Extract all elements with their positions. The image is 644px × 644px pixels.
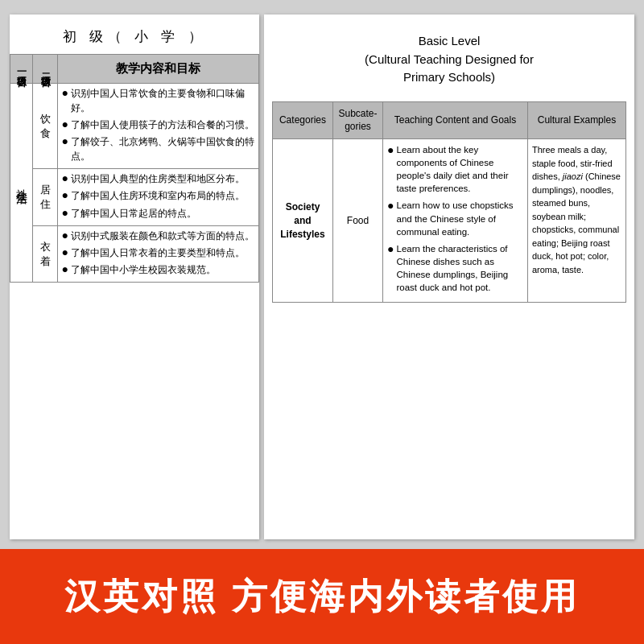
- cn-housing-bullet-2: ● 了解中国人住房环境和室内布局的特点。: [61, 188, 255, 203]
- right-title-line3: Primary Schools): [403, 70, 495, 84]
- cn-row-food: 社会生活 饮食 ● 识别中国人日常饮食的主要食物和口味偏好。 ● 了解中国人使用…: [10, 84, 259, 169]
- bottom-banner: 汉英对照 方便海内外读者使用: [0, 549, 644, 644]
- bullet-dot: ●: [61, 171, 68, 186]
- cn-clothing-text-3: 了解中国中小学生校园衣装规范。: [71, 262, 216, 277]
- cn-food-bullet-2: ● 了解中国人使用筷子的方法和合餐的习惯。: [61, 118, 255, 132]
- en-cultural-examples: Three meals a day, staple food, stir-fri…: [527, 139, 625, 303]
- pages-area: 初 级（ 小 学 ） 一级项目 二级项目 教学内容和目标 社会生活 饮食: [0, 0, 644, 549]
- en-bullets: ● Learn about the key components of Chin…: [383, 139, 528, 303]
- bullet-dot: ●: [61, 262, 68, 277]
- cn-bullets-clothing: ● 识别中式服装在颜色和款式等方面的特点。 ● 了解中国人日常衣着的主要类型和特…: [58, 225, 259, 283]
- cn-food-text-3: 了解饺子、北京烤鸭、火锅等中国饮食的特点。: [71, 134, 255, 163]
- cn-header-l2: 二级项目: [33, 55, 58, 84]
- cn-row-clothing: 衣着 ● 识别中式服装在颜色和款式等方面的特点。 ● 了解中国人日常衣着的主要类…: [10, 225, 259, 283]
- cn-category: 社会生活: [10, 84, 33, 283]
- cn-bullets-food: ● 识别中国人日常饮食的主要食物和口味偏好。 ● 了解中国人使用筷子的方法和合餐…: [58, 84, 259, 169]
- bullet-dot: ●: [61, 229, 68, 243]
- en-subcategory: Food: [332, 139, 382, 303]
- right-page: Basic Level (Cultural Teaching Designed …: [264, 14, 634, 539]
- cn-clothing-bullet-2: ● 了解中国人日常衣着的主要类型和特点。: [61, 246, 255, 260]
- banner-text: 汉英对照 方便海内外读者使用: [64, 573, 580, 621]
- right-page-title: Basic Level (Cultural Teaching Designed …: [272, 23, 626, 101]
- cn-sub-clothing: 衣着: [33, 225, 58, 283]
- en-bullet-text-2: Learn how to use chopsticks and the Chin…: [397, 199, 523, 237]
- cn-sub-housing: 居住: [33, 169, 58, 226]
- bullet-dot: ●: [61, 188, 68, 203]
- cn-housing-text-3: 了解中国人日常起居的特点。: [71, 206, 196, 221]
- left-page: 初 级（ 小 学 ） 一级项目 二级项目 教学内容和目标 社会生活 饮食: [10, 14, 259, 539]
- left-page-title: 初 级（ 小 学 ）: [10, 23, 259, 54]
- english-table: Categories Subcate-gories Teaching Conte…: [272, 101, 626, 303]
- en-header-col4: Cultural Examples: [527, 101, 625, 139]
- en-bullet-text-1: Learn about the key components of Chines…: [397, 143, 523, 195]
- cn-header-content: 教学内容和目标: [58, 55, 259, 84]
- bullet-dot: ●: [61, 246, 68, 260]
- right-title-line1: Basic Level: [419, 34, 481, 47]
- bullet-dot: ●: [61, 206, 68, 221]
- cn-food-text-2: 了解中国人使用筷子的方法和合餐的习惯。: [71, 118, 254, 132]
- cn-clothing-text-1: 识别中式服装在颜色和款式等方面的特点。: [71, 229, 254, 243]
- bullet-dot: ●: [61, 86, 68, 101]
- bullet-dot: ●: [387, 199, 394, 213]
- cn-bullets-housing: ● 识别中国人典型的住房类型和地区分布。 ● 了解中国人住房环境和室内布局的特点…: [58, 169, 259, 226]
- en-category: Society and Lifestyles: [273, 139, 333, 303]
- en-header-col3: Teaching Content and Goals: [383, 101, 528, 139]
- en-bullet-text-3: Learn the characteristics of Chinese dis…: [397, 242, 523, 294]
- bullet-dot: ●: [61, 118, 68, 132]
- bullet-dot: ●: [387, 143, 394, 157]
- en-bullet-2: ● Learn how to use chopsticks and the Ch…: [387, 199, 523, 237]
- cn-header-row: 一级项目 二级项目 教学内容和目标: [10, 55, 259, 84]
- en-header-col1: Categories: [273, 101, 333, 139]
- cn-housing-text-1: 识别中国人典型的住房类型和地区分布。: [71, 171, 245, 186]
- cn-food-bullet-3: ● 了解饺子、北京烤鸭、火锅等中国饮食的特点。: [61, 134, 255, 163]
- cn-food-bullet-1: ● 识别中国人日常饮食的主要食物和口味偏好。: [61, 86, 255, 115]
- cn-header-l1: 一级项目: [10, 55, 33, 84]
- cn-clothing-bullet-3: ● 了解中国中小学生校园衣装规范。: [61, 262, 255, 277]
- bullet-dot: ●: [61, 134, 68, 149]
- en-header-col2: Subcate-gories: [332, 101, 382, 139]
- cn-row-housing: 居住 ● 识别中国人典型的住房类型和地区分布。 ● 了解中国人住房环境和室内布局…: [10, 169, 259, 226]
- en-data-row: Society and Lifestyles Food ● Learn abou…: [273, 139, 626, 303]
- en-bullet-1: ● Learn about the key components of Chin…: [387, 143, 523, 195]
- right-title-line2: (Cultural Teaching Designed for: [365, 52, 534, 66]
- en-bullet-3: ● Learn the characteristics of Chinese d…: [387, 242, 523, 294]
- en-header-row: Categories Subcate-gories Teaching Conte…: [273, 101, 626, 139]
- cn-housing-bullet-1: ● 识别中国人典型的住房类型和地区分布。: [61, 171, 255, 186]
- bullet-dot: ●: [387, 242, 394, 256]
- cn-housing-text-2: 了解中国人住房环境和室内布局的特点。: [71, 188, 245, 203]
- cn-clothing-bullet-1: ● 识别中式服装在颜色和款式等方面的特点。: [61, 229, 255, 243]
- cn-housing-bullet-3: ● 了解中国人日常起居的特点。: [61, 206, 255, 221]
- cn-food-text-1: 识别中国人日常饮食的主要食物和口味偏好。: [71, 86, 255, 115]
- chinese-table: 一级项目 二级项目 教学内容和目标 社会生活 饮食 ● 识别中国人日常饮食的主要…: [10, 54, 259, 283]
- italic-jiaozi: jiaozi: [563, 171, 583, 181]
- cn-sub-food: 饮食: [33, 84, 58, 169]
- cn-clothing-text-2: 了解中国人日常衣着的主要类型和特点。: [71, 246, 245, 260]
